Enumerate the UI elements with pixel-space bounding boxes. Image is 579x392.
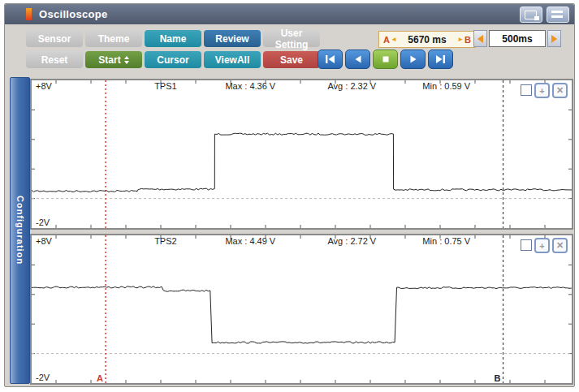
right-arrow-icon bbox=[551, 35, 557, 43]
user-setting-button[interactable]: User Setting bbox=[263, 30, 320, 47]
channel-plot-tps2: +8V TPS2 Max : 4.49 V Avg : 2.72 V Min :… bbox=[30, 234, 573, 385]
cursor-time-readout[interactable]: A ◄ 5670 ms ► B bbox=[378, 31, 476, 48]
cursor-a-indicator: A bbox=[383, 35, 390, 45]
channel-plot-tps1: +8V TPS1 Max : 4.36 V Avg : 2.32 V Min :… bbox=[30, 79, 573, 230]
plot-controls: + ✕ bbox=[521, 83, 568, 98]
bar-glyph bbox=[551, 11, 563, 13]
skip-to-end-button[interactable] bbox=[428, 50, 453, 69]
skip-to-start-button[interactable] bbox=[318, 50, 343, 69]
theme-button[interactable]: Theme bbox=[85, 30, 142, 47]
min-stat-label: Min : 0.59 V bbox=[422, 81, 470, 91]
stop-icon bbox=[381, 54, 391, 64]
min-stat-label: Min : 0.75 V bbox=[422, 236, 470, 246]
channel-select-checkbox[interactable] bbox=[521, 84, 532, 96]
stop-button[interactable] bbox=[373, 50, 398, 69]
toolbar-row-2: Reset Start Cursor ViewAll Save bbox=[26, 51, 320, 68]
step-back-button[interactable] bbox=[345, 50, 370, 69]
avg-stat-label: Avg : 2.72 V bbox=[327, 236, 376, 246]
cursor-delta-time: 5670 ms bbox=[398, 34, 456, 45]
close-plot-button[interactable]: ✕ bbox=[552, 83, 568, 98]
window-glyph-inset bbox=[534, 16, 539, 20]
start-button-label: Start bbox=[98, 54, 120, 66]
y-min-label: -2V bbox=[36, 218, 50, 227]
app-icon bbox=[26, 8, 32, 20]
toolbar: Sensor Theme Name Review User Setting Re… bbox=[5, 24, 574, 75]
y-max-label: +8V bbox=[36, 236, 52, 246]
channel-name: TPS2 bbox=[154, 236, 177, 246]
skip-to-end-icon bbox=[435, 54, 446, 64]
skip-to-start-icon bbox=[325, 54, 335, 64]
interval-selector: 500ms bbox=[473, 30, 561, 47]
zoom-plot-button[interactable]: + bbox=[534, 238, 550, 253]
configuration-tab[interactable]: Configuration bbox=[10, 77, 30, 384]
window-title: Oscilloscope bbox=[39, 8, 108, 20]
close-plot-button[interactable]: ✕ bbox=[552, 238, 568, 253]
save-button[interactable]: Save bbox=[263, 51, 320, 68]
sensor-button[interactable]: Sensor bbox=[26, 30, 83, 47]
interval-value[interactable]: 500ms bbox=[489, 30, 546, 47]
cursor-b-arrow-icon[interactable]: ► bbox=[457, 36, 464, 43]
view-all-button[interactable]: ViewAll bbox=[204, 51, 261, 68]
title-bar: Oscilloscope bbox=[5, 4, 574, 24]
step-back-icon bbox=[353, 54, 363, 64]
interval-increase-button[interactable] bbox=[547, 30, 561, 47]
max-stat-label: Max : 4.49 V bbox=[225, 236, 275, 246]
review-button[interactable]: Review bbox=[204, 30, 261, 47]
bar-glyph bbox=[551, 15, 563, 18]
playback-controls bbox=[318, 50, 453, 69]
title-buttons bbox=[520, 6, 569, 23]
plot-controls: + ✕ bbox=[521, 238, 568, 253]
start-button[interactable]: Start bbox=[85, 51, 142, 68]
cursor-b-indicator: B bbox=[464, 35, 471, 45]
avg-stat-label: Avg : 2.32 V bbox=[327, 81, 376, 91]
cursor-a-arrow-icon[interactable]: ◄ bbox=[391, 36, 397, 43]
channel-name: TPS1 bbox=[154, 81, 177, 91]
toolbar-row-1: Sensor Theme Name Review User Setting bbox=[26, 30, 320, 47]
channel-select-checkbox[interactable] bbox=[521, 239, 532, 251]
cursor-a-label[interactable]: A bbox=[97, 373, 103, 383]
start-spinner-icon[interactable] bbox=[124, 56, 129, 64]
y-max-label: +8V bbox=[36, 81, 52, 91]
popout-view-icon[interactable] bbox=[520, 6, 542, 23]
cursor-button[interactable]: Cursor bbox=[145, 51, 201, 68]
play-button[interactable] bbox=[400, 50, 426, 69]
play-icon bbox=[408, 54, 418, 64]
waveform-canvas bbox=[32, 80, 572, 228]
y-min-label: -2V bbox=[36, 373, 50, 382]
reset-button[interactable]: Reset bbox=[26, 51, 83, 68]
interval-decrease-button[interactable] bbox=[473, 30, 487, 47]
max-stat-label: Max : 4.36 V bbox=[225, 81, 275, 91]
scope-workspace: Configuration +8V TPS1 Max : 4.36 V Avg … bbox=[5, 75, 574, 386]
oscilloscope-window: Oscilloscope Sensor Theme Name Review Us… bbox=[4, 3, 575, 387]
waveform-canvas bbox=[32, 235, 572, 383]
name-button[interactable]: Name bbox=[145, 30, 201, 47]
split-horizontal-icon[interactable] bbox=[547, 6, 569, 23]
left-arrow-icon bbox=[477, 35, 483, 43]
cursor-b-label[interactable]: B bbox=[495, 373, 501, 383]
zoom-plot-button[interactable]: + bbox=[534, 83, 550, 98]
